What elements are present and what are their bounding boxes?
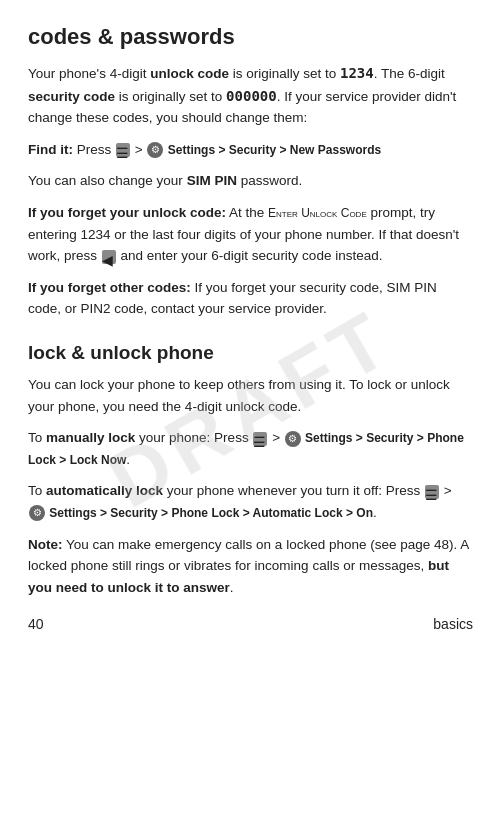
- menu-icon: ☰: [116, 143, 130, 157]
- sim-pin-text2: password.: [237, 173, 302, 188]
- enter-unlock-code-label: Enter Unlock Code: [268, 206, 367, 220]
- page-number: 40: [28, 616, 44, 632]
- forget-unlock-body3: and enter your 6-digit security code ins…: [117, 248, 383, 263]
- forget-unlock-heading: If you forget your unlock code:: [28, 205, 226, 220]
- auto-lock-text1: To: [28, 483, 46, 498]
- note-body: You can make emergency calls on a locked…: [28, 537, 469, 574]
- code-1234: 1234: [340, 65, 374, 81]
- section2-title: lock & unlock phone: [28, 342, 473, 364]
- settings-icon: ⚙: [147, 142, 163, 158]
- code-000000: 000000: [226, 88, 277, 104]
- manual-lock-text1: To: [28, 430, 46, 445]
- manual-settings-icon: ⚙: [285, 431, 301, 447]
- find-it-menu3-text: Settings > Security > New Passwords: [164, 143, 381, 157]
- body4-text: is originally set to: [115, 89, 226, 104]
- sim-pin-text1: You can also change your: [28, 173, 187, 188]
- auto-separator: >: [440, 483, 452, 498]
- note-para: Note: You can make emergency calls on a …: [28, 534, 473, 599]
- auto-lock-label: automatically lock: [46, 483, 163, 498]
- sim-pin-label: SIM PIN: [187, 173, 237, 188]
- forget-other-heading: If you forget other codes:: [28, 280, 191, 295]
- section1-title: codes & passwords: [28, 24, 473, 50]
- sim-pin-para: You can also change your SIM PIN passwor…: [28, 170, 473, 192]
- find-it-separator1: >: [131, 142, 146, 157]
- forget-other-para: If you forget other codes: If you forget…: [28, 277, 473, 320]
- body3-text: . The 6-digit: [374, 66, 445, 81]
- manual-lock-para: To manually lock your phone: Press ☰ > ⚙…: [28, 427, 473, 470]
- unlock-code-label: unlock code: [150, 66, 229, 81]
- section2-intro: You can lock your phone to keep others f…: [28, 374, 473, 417]
- find-it-label: Find it:: [28, 142, 73, 157]
- manual-lock-text2: your phone: Press: [135, 430, 252, 445]
- page-bottom: 40 basics: [28, 616, 473, 632]
- auto-lock-text2: your phone whenever you turn it off: Pre…: [163, 483, 424, 498]
- auto-menu-icon: ☰: [425, 485, 439, 499]
- auto-settings-icon: ⚙: [29, 505, 45, 521]
- auto-lock-para: To automatically lock your phone wheneve…: [28, 480, 473, 523]
- forget-unlock-para: If you forget your unlock code: At the E…: [28, 202, 473, 267]
- section-label: basics: [433, 616, 473, 632]
- back-icon: ◀: [102, 250, 116, 264]
- note-end: .: [230, 580, 234, 595]
- forget-unlock-body: At the: [226, 205, 268, 220]
- body1-text: Your phone's 4-digit: [28, 66, 150, 81]
- find-it-para: Find it: Press ☰ > ⚙ Settings > Security…: [28, 139, 473, 161]
- manual-menu-icon: ☰: [253, 432, 267, 446]
- find-it-menu-text: Press: [73, 142, 115, 157]
- note-label: Note:: [28, 537, 63, 552]
- section1-para1: Your phone's 4-digit unlock code is orig…: [28, 62, 473, 129]
- manually-lock-label: manually lock: [46, 430, 135, 445]
- manual-separator: >: [268, 430, 283, 445]
- body2-text: is originally set to: [229, 66, 340, 81]
- auto-menu-path: Settings > Security > Phone Lock > Autom…: [46, 506, 373, 520]
- security-code-label: security code: [28, 89, 115, 104]
